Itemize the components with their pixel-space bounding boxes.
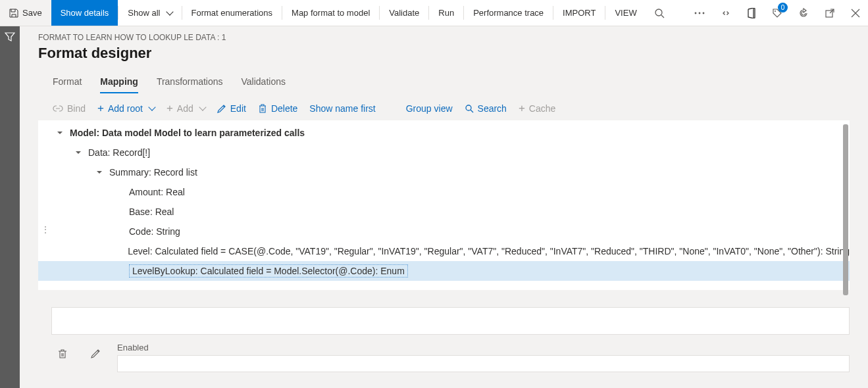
run-button[interactable]: Run <box>429 0 463 26</box>
bind-button[interactable]: Bind <box>53 103 86 114</box>
group-view-button[interactable]: Group view <box>406 103 453 114</box>
cache-label: Cache <box>529 103 555 114</box>
save-icon <box>9 9 18 18</box>
view-label: VIEW <box>615 8 636 18</box>
bind-label: Bind <box>67 103 86 114</box>
detail-panel-placeholder <box>51 307 850 335</box>
notifications-button[interactable]: 0 <box>764 0 790 26</box>
tree-node-level-by-lookup[interactable]: LevelByLookup: Calculated field = Model.… <box>38 261 850 281</box>
group-view-label: Group view <box>406 103 453 114</box>
tree-node-code[interactable]: Code: String <box>38 222 850 241</box>
pencil-icon <box>90 349 101 359</box>
collapse-icon[interactable] <box>75 149 83 156</box>
tab-format[interactable]: Format <box>53 74 82 93</box>
refresh-icon <box>798 8 809 18</box>
connectivity-button[interactable] <box>713 0 739 26</box>
search-icon <box>654 8 665 18</box>
command-bar: Save Show details Show all Format enumer… <box>0 0 868 26</box>
search-button[interactable]: Search <box>465 103 507 114</box>
enabled-section: Enabled <box>51 343 850 372</box>
tree-node-data[interactable]: Data: Record[!] <box>38 143 850 162</box>
refresh-button[interactable] <box>790 0 817 26</box>
delete-button[interactable]: Delete <box>258 103 297 114</box>
validate-label: Validate <box>389 8 419 18</box>
tab-transformations[interactable]: Transformations <box>157 74 223 93</box>
show-all-button[interactable]: Show all <box>118 0 181 26</box>
command-bar-right: 0 <box>686 0 868 26</box>
show-details-button[interactable]: Show details <box>51 0 118 26</box>
more-button[interactable] <box>686 0 713 26</box>
collapse-icon[interactable] <box>57 130 64 136</box>
perf-label: Performance trace <box>473 8 544 18</box>
pencil-icon <box>217 104 226 113</box>
tree-node-base[interactable]: Base: Real <box>38 202 850 222</box>
close-button[interactable] <box>843 0 868 26</box>
node-label: Amount: Real <box>129 187 185 197</box>
chevron-down-icon <box>148 103 155 110</box>
mapping-toolbar: Bind + Add root + Add Edit Delete Show <box>38 93 850 120</box>
node-label: LevelByLookup: Calculated field = Model.… <box>129 264 408 278</box>
node-label: Code: String <box>129 226 180 237</box>
performance-trace-button[interactable]: Performance trace <box>464 0 553 26</box>
tree-node-level[interactable]: Level: Calculated field = CASE(@.Code, "… <box>38 241 850 261</box>
link-icon <box>53 105 63 112</box>
add-root-label: Add root <box>108 103 143 114</box>
connectivity-icon <box>721 8 731 18</box>
add-root-button[interactable]: + Add root <box>97 103 155 114</box>
save-button[interactable]: Save <box>0 0 51 26</box>
svg-point-9 <box>466 105 471 110</box>
more-icon <box>694 12 705 14</box>
filter-icon[interactable] <box>5 32 15 42</box>
node-label: Data: Record[!] <box>88 147 150 158</box>
plus-icon: + <box>97 103 104 114</box>
format-enumerations-button[interactable]: Format enumerations <box>182 0 282 26</box>
show-details-label: Show details <box>61 8 109 18</box>
tree-node-model[interactable]: Model: Data model Model to learn paramet… <box>38 123 850 143</box>
popout-icon <box>825 8 835 18</box>
validate-button[interactable]: Validate <box>380 0 428 26</box>
node-label: Summary: Record list <box>109 167 197 178</box>
svg-point-3 <box>699 12 701 14</box>
popout-button[interactable] <box>817 0 843 26</box>
svg-line-10 <box>471 110 473 112</box>
node-label: Base: Real <box>129 206 174 217</box>
show-name-first-label: Show name first <box>309 103 375 114</box>
svg-point-4 <box>703 12 705 14</box>
svg-point-0 <box>655 9 662 16</box>
enabled-input[interactable] <box>117 355 850 372</box>
node-label: Model: Data model Model to learn paramet… <box>70 128 305 138</box>
vertical-scrollbar[interactable] <box>843 124 848 295</box>
add-button[interactable]: + Add <box>166 103 205 114</box>
row-drag-handle[interactable]: ⋮ <box>41 224 50 235</box>
edit-label: Edit <box>230 103 246 114</box>
tab-mapping[interactable]: Mapping <box>100 74 138 93</box>
map-format-button[interactable]: Map format to model <box>282 0 379 26</box>
tab-validations[interactable]: Validations <box>242 74 286 93</box>
cache-button[interactable]: + Cache <box>519 103 555 114</box>
breadcrumb[interactable]: FORMAT TO LEARN HOW TO LOOKUP LE DATA : … <box>38 33 850 42</box>
page: FORMAT TO LEARN HOW TO LOOKUP LE DATA : … <box>20 26 868 388</box>
search-label: Search <box>478 103 507 114</box>
filter-rail <box>0 26 20 388</box>
page-title: Format designer <box>38 45 850 62</box>
edit-enabled-button[interactable] <box>84 343 107 365</box>
view-button[interactable]: VIEW <box>605 0 646 26</box>
plus-icon: + <box>519 103 525 114</box>
show-all-label: Show all <box>128 8 160 18</box>
import-button[interactable]: IMPORT <box>553 0 605 26</box>
collapse-icon[interactable] <box>96 169 104 176</box>
run-label: Run <box>438 8 454 18</box>
plus-icon: + <box>166 103 173 114</box>
tree-node-amount[interactable]: Amount: Real <box>38 182 850 202</box>
office-button[interactable] <box>739 0 764 26</box>
delete-enabled-button[interactable] <box>51 343 74 365</box>
edit-button[interactable]: Edit <box>217 103 246 114</box>
delete-label: Delete <box>271 103 297 114</box>
svg-point-5 <box>775 11 776 12</box>
trash-icon <box>258 104 267 113</box>
show-name-first-button[interactable]: Show name first <box>309 103 375 114</box>
tree-node-summary[interactable]: Summary: Record list <box>38 162 850 182</box>
search-command[interactable] <box>646 0 673 26</box>
save-label: Save <box>22 8 42 18</box>
tree: ⋮ Model: Data model Model to learn param… <box>38 120 850 290</box>
